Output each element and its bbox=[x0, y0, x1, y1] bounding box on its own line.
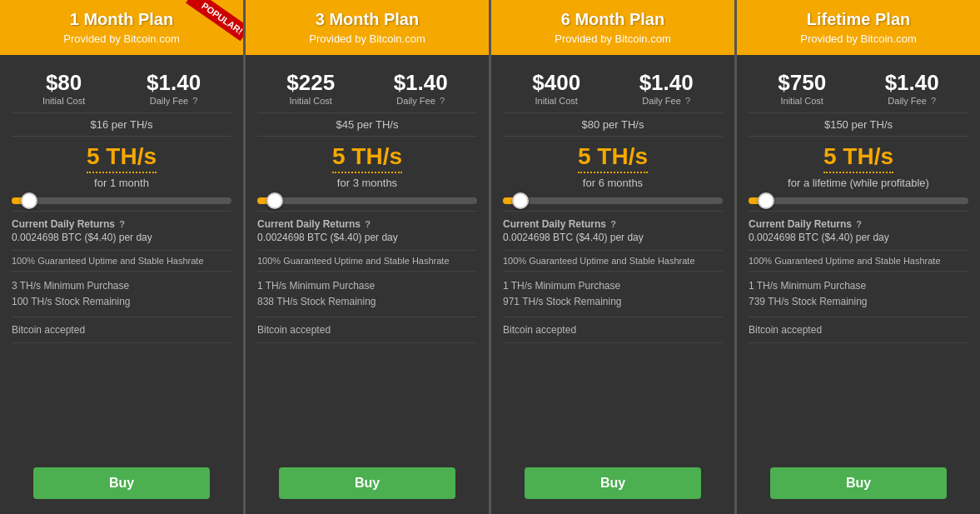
daily-fee-help-icon[interactable]: ? bbox=[685, 96, 690, 106]
buy-section: Buy bbox=[503, 459, 723, 506]
buy-button[interactable]: Buy bbox=[525, 467, 700, 499]
uptime-text: 100% Guaranteed Uptime and Stable Hashra… bbox=[503, 256, 723, 266]
plan-body: $400 Initial Cost $1.40 Daily Fee ? $80 … bbox=[491, 55, 734, 514]
plan-card-plan-1month: 1 Month Plan Provided by Bitcoin.com POP… bbox=[0, 0, 246, 514]
uptime-section: 100% Guaranteed Uptime and Stable Hashra… bbox=[257, 250, 477, 272]
buy-section: Buy bbox=[749, 459, 968, 506]
plan-header: 3 Month Plan Provided by Bitcoin.com bbox=[246, 0, 489, 55]
returns-help-icon[interactable]: ? bbox=[119, 219, 125, 229]
stock-section: 1 TH/s Minimum Purchase971 TH/s Stock Re… bbox=[503, 272, 723, 317]
plan-title: 6 Month Plan bbox=[500, 10, 726, 29]
stock-text: 3 TH/s Minimum Purchase100 TH/s Stock Re… bbox=[12, 278, 231, 310]
returns-value: 0.0024698 BTC ($4.40) per day bbox=[12, 232, 231, 243]
returns-label: Current Daily Returns ? bbox=[749, 218, 968, 230]
slider-thumb bbox=[266, 192, 283, 209]
pricing-row: $750 Initial Cost $1.40 Daily Fee ? bbox=[749, 63, 968, 113]
plan-header: 1 Month Plan Provided by Bitcoin.com POP… bbox=[0, 0, 243, 55]
bitcoin-text: Bitcoin accepted bbox=[257, 324, 477, 336]
ths-value: 5 TH/s bbox=[823, 143, 893, 173]
slider-thumb bbox=[758, 192, 774, 209]
initial-cost-block: $80 Initial Cost bbox=[42, 70, 85, 106]
plan-card-plan-6month: 6 Month Plan Provided by Bitcoin.com $40… bbox=[491, 0, 737, 514]
plan-card-plan-lifetime: Lifetime Plan Provided by Bitcoin.com $7… bbox=[737, 0, 980, 514]
uptime-section: 100% Guaranteed Uptime and Stable Hashra… bbox=[12, 250, 231, 272]
daily-fee-block: $1.40 Daily Fee ? bbox=[885, 70, 939, 106]
stock-text: 1 TH/s Minimum Purchase739 TH/s Stock Re… bbox=[749, 278, 968, 310]
uptime-text: 100% Guaranteed Uptime and Stable Hashra… bbox=[12, 256, 231, 266]
stock-text: 1 TH/s Minimum Purchase971 TH/s Stock Re… bbox=[503, 278, 723, 310]
pricing-row: $80 Initial Cost $1.40 Daily Fee ? bbox=[12, 63, 231, 113]
initial-cost-value: $225 bbox=[286, 70, 335, 96]
slider-thumb bbox=[21, 192, 37, 209]
uptime-text: 100% Guaranteed Uptime and Stable Hashra… bbox=[749, 256, 968, 266]
plan-subtitle: Provided by Bitcoin.com bbox=[500, 32, 726, 45]
plan-title: Lifetime Plan bbox=[745, 10, 972, 29]
bitcoin-section: Bitcoin accepted bbox=[749, 317, 968, 343]
per-ths: $45 per TH/s bbox=[257, 113, 477, 137]
pricing-row: $400 Initial Cost $1.40 Daily Fee ? bbox=[503, 63, 723, 113]
daily-fee-help-icon[interactable]: ? bbox=[440, 96, 445, 106]
bitcoin-text: Bitcoin accepted bbox=[12, 324, 231, 336]
initial-cost-block: $750 Initial Cost bbox=[778, 70, 826, 106]
initial-cost-label: Initial Cost bbox=[286, 96, 335, 106]
slider-container bbox=[503, 192, 723, 211]
plan-header: Lifetime Plan Provided by Bitcoin.com bbox=[737, 0, 980, 55]
plan-body: $750 Initial Cost $1.40 Daily Fee ? $150… bbox=[737, 55, 980, 514]
plan-subtitle: Provided by Bitcoin.com bbox=[254, 32, 480, 45]
returns-label: Current Daily Returns ? bbox=[257, 218, 477, 230]
buy-section: Buy bbox=[12, 459, 231, 506]
plan-body: $80 Initial Cost $1.40 Daily Fee ? $16 p… bbox=[0, 55, 243, 514]
returns-help-icon[interactable]: ? bbox=[610, 219, 616, 229]
per-ths: $150 per TH/s bbox=[749, 113, 968, 137]
initial-cost-value: $750 bbox=[778, 70, 826, 96]
initial-cost-label: Initial Cost bbox=[532, 96, 580, 106]
slider-container bbox=[12, 192, 231, 211]
buy-button[interactable]: Buy bbox=[279, 467, 455, 499]
buy-button[interactable]: Buy bbox=[33, 467, 209, 499]
daily-fee-block: $1.40 Daily Fee ? bbox=[147, 70, 201, 106]
slider-container bbox=[749, 192, 968, 211]
returns-help-icon[interactable]: ? bbox=[856, 219, 862, 229]
initial-cost-value: $400 bbox=[532, 70, 580, 96]
bitcoin-section: Bitcoin accepted bbox=[503, 317, 723, 343]
slider-track bbox=[749, 197, 968, 204]
ths-value: 5 TH/s bbox=[578, 143, 648, 173]
daily-fee-label: Daily Fee ? bbox=[147, 96, 201, 106]
ths-selector: 5 TH/s for a lifetime (while profitable) bbox=[749, 137, 968, 192]
daily-fee-help-icon[interactable]: ? bbox=[931, 96, 936, 106]
stock-section: 3 TH/s Minimum Purchase100 TH/s Stock Re… bbox=[12, 272, 231, 317]
daily-fee-label: Daily Fee ? bbox=[394, 96, 448, 106]
ths-value: 5 TH/s bbox=[87, 143, 157, 173]
stock-text: 1 TH/s Minimum Purchase838 TH/s Stock Re… bbox=[257, 278, 477, 310]
slider-track bbox=[12, 197, 231, 204]
initial-cost-block: $225 Initial Cost bbox=[286, 70, 335, 106]
stock-section: 1 TH/s Minimum Purchase838 TH/s Stock Re… bbox=[257, 272, 477, 317]
plan-subtitle: Provided by Bitcoin.com bbox=[745, 32, 972, 45]
slider-track bbox=[503, 197, 723, 204]
initial-cost-label: Initial Cost bbox=[778, 96, 826, 106]
ths-value: 5 TH/s bbox=[332, 143, 402, 173]
ths-duration: for 3 months bbox=[257, 177, 477, 189]
slider-thumb bbox=[512, 192, 529, 209]
daily-fee-value: $1.40 bbox=[639, 70, 694, 96]
returns-help-icon[interactable]: ? bbox=[365, 219, 371, 229]
uptime-text: 100% Guaranteed Uptime and Stable Hashra… bbox=[257, 256, 477, 266]
stock-section: 1 TH/s Minimum Purchase739 TH/s Stock Re… bbox=[749, 272, 968, 317]
daily-fee-block: $1.40 Daily Fee ? bbox=[639, 70, 694, 106]
plans-container: 1 Month Plan Provided by Bitcoin.com POP… bbox=[0, 0, 980, 514]
per-ths: $16 per TH/s bbox=[12, 113, 231, 137]
buy-button[interactable]: Buy bbox=[770, 467, 946, 499]
plan-card-plan-3month: 3 Month Plan Provided by Bitcoin.com $22… bbox=[246, 0, 491, 514]
uptime-section: 100% Guaranteed Uptime and Stable Hashra… bbox=[749, 250, 968, 272]
uptime-section: 100% Guaranteed Uptime and Stable Hashra… bbox=[503, 250, 723, 272]
returns-section: Current Daily Returns ? 0.0024698 BTC ($… bbox=[12, 211, 231, 250]
plan-title: 3 Month Plan bbox=[254, 10, 480, 29]
returns-section: Current Daily Returns ? 0.0024698 BTC ($… bbox=[257, 211, 477, 250]
plan-body: $225 Initial Cost $1.40 Daily Fee ? $45 … bbox=[246, 55, 489, 514]
ths-duration: for 6 months bbox=[503, 177, 723, 189]
returns-value: 0.0024698 BTC ($4.40) per day bbox=[503, 232, 723, 243]
bitcoin-section: Bitcoin accepted bbox=[257, 317, 477, 343]
ths-selector: 5 TH/s for 1 month bbox=[12, 137, 231, 192]
daily-fee-help-icon[interactable]: ? bbox=[192, 96, 197, 106]
bitcoin-text: Bitcoin accepted bbox=[749, 324, 968, 336]
